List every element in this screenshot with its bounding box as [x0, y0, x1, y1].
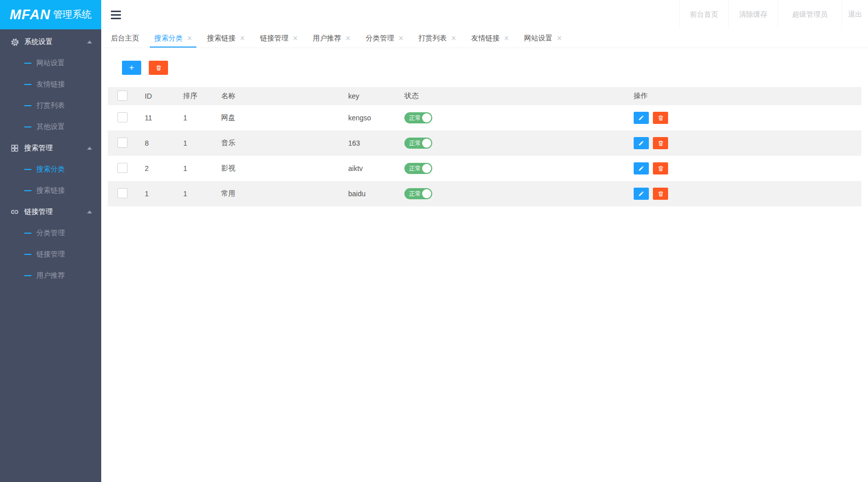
sidebar-item-0-1[interactable]: 友情链接 — [0, 74, 101, 95]
sidebar-item-label: 网站设置 — [36, 59, 65, 68]
hamburger-menu-icon[interactable] — [101, 9, 131, 21]
sidebar-section-0[interactable]: 系统设置 — [0, 31, 101, 53]
sidebar-section-1[interactable]: 搜索管理 — [0, 138, 101, 159]
sidebar-section-2[interactable]: 链接管理 — [0, 201, 101, 223]
sidebar-item-2-1[interactable]: 链接管理 — [0, 244, 101, 265]
header-nav: 前台首页清除缓存超级管理员退出 — [679, 0, 868, 29]
delete-button[interactable] — [653, 137, 668, 149]
logo-brand: MFAN — [10, 7, 51, 23]
status-label: 正常 — [404, 140, 421, 147]
tab-8[interactable]: 网站设置× — [516, 29, 569, 48]
tab-close-icon[interactable]: × — [451, 34, 456, 42]
collapse-arrow-icon — [87, 147, 92, 150]
cell-select — [108, 156, 135, 181]
menu-dash-icon — [24, 126, 31, 127]
tab-close-icon[interactable]: × — [187, 34, 192, 42]
gear-icon — [10, 37, 19, 47]
batch-delete-button[interactable] — [149, 61, 168, 75]
row-checkbox[interactable] — [117, 138, 128, 148]
sidebar-item-1-0[interactable]: 搜索分类 — [0, 159, 101, 180]
toggle-knob — [422, 164, 431, 173]
menu-dash-icon — [24, 105, 31, 106]
add-button[interactable]: + — [122, 61, 141, 75]
tab-5[interactable]: 分类管理× — [358, 29, 410, 48]
header-link-2[interactable]: 超级管理员 — [777, 0, 842, 29]
sidebar-item-2-2[interactable]: 用户推荐 — [0, 265, 101, 286]
tab-4[interactable]: 用户推荐× — [305, 29, 358, 48]
menu-dash-icon — [24, 254, 31, 255]
tab-close-icon[interactable]: × — [346, 34, 350, 42]
sidebar-item-0-0[interactable]: 网站设置 — [0, 53, 101, 74]
cell-sort: 1 — [174, 181, 212, 206]
edit-button[interactable] — [634, 162, 649, 174]
cell-id: 2 — [135, 156, 174, 181]
sidebar-item-label: 用户推荐 — [36, 271, 65, 280]
delete-button[interactable] — [653, 188, 668, 200]
delete-button[interactable] — [653, 112, 668, 124]
sidebar-item-label: 其他设置 — [36, 122, 65, 132]
row-checkbox[interactable] — [117, 163, 128, 173]
top-header: 前台首页清除缓存超级管理员退出 — [101, 0, 868, 29]
tab-label: 后台主页 — [111, 34, 139, 43]
tab-close-icon[interactable]: × — [293, 34, 298, 42]
sidebar-item-label: 链接管理 — [36, 250, 65, 259]
delete-button[interactable] — [653, 162, 668, 174]
tab-6[interactable]: 打赏列表× — [411, 29, 464, 48]
tab-close-icon[interactable]: × — [240, 34, 244, 42]
status-label: 正常 — [404, 190, 421, 197]
row-checkbox[interactable] — [117, 188, 128, 198]
column-header-2: 排序 — [174, 87, 212, 105]
header-link-1[interactable]: 清除缓存 — [728, 0, 777, 29]
cell-name: 影视 — [212, 156, 339, 181]
sidebar-item-0-2[interactable]: 打赏列表 — [0, 95, 101, 116]
tab-close-icon[interactable]: × — [557, 34, 561, 42]
status-toggle[interactable]: 正常 — [404, 138, 432, 149]
collapse-arrow-icon — [87, 210, 92, 213]
status-toggle[interactable]: 正常 — [404, 112, 432, 123]
cell-status: 正常 — [395, 181, 624, 206]
tab-label: 搜索链接 — [207, 34, 235, 43]
sidebar: 系统设置网站设置友情链接打赏列表其他设置搜索管理搜索分类搜索链接链接管理分类管理… — [0, 29, 101, 482]
menu-dash-icon — [24, 63, 31, 64]
status-label: 正常 — [404, 114, 421, 121]
cell-actions — [624, 105, 861, 130]
status-label: 正常 — [404, 165, 421, 172]
tab-label: 打赏列表 — [419, 34, 447, 43]
status-toggle[interactable]: 正常 — [404, 163, 432, 174]
sidebar-section-label: 链接管理 — [24, 207, 53, 216]
cell-sort: 1 — [174, 130, 212, 156]
grid-icon — [10, 144, 19, 153]
column-header-6: 操作 — [624, 87, 861, 105]
cell-select — [108, 181, 135, 206]
edit-button[interactable] — [634, 188, 649, 200]
tab-0[interactable]: 后台主页 — [103, 29, 147, 48]
column-header-0 — [108, 87, 135, 105]
edit-button[interactable] — [634, 137, 649, 149]
link-icon — [10, 207, 19, 216]
tab-label: 网站设置 — [524, 34, 552, 43]
table-toolbar: + — [122, 61, 861, 75]
tab-7[interactable]: 友情链接× — [464, 29, 516, 48]
cell-sort: 1 — [174, 105, 212, 130]
status-toggle[interactable]: 正常 — [404, 188, 432, 199]
tab-close-icon[interactable]: × — [504, 34, 509, 42]
tab-3[interactable]: 链接管理× — [253, 29, 305, 48]
tab-1[interactable]: 搜索分类× — [147, 29, 199, 48]
select-all-checkbox[interactable] — [117, 91, 128, 101]
tab-close-icon[interactable]: × — [398, 34, 403, 42]
row-checkbox[interactable] — [117, 112, 128, 122]
tab-label: 友情链接 — [471, 34, 500, 43]
toggle-knob — [422, 113, 431, 122]
sidebar-item-2-0[interactable]: 分类管理 — [0, 223, 101, 244]
sidebar-item-1-1[interactable]: 搜索链接 — [0, 180, 101, 201]
cell-id: 1 — [135, 181, 174, 206]
column-header-1: ID — [135, 87, 174, 105]
header-link-3[interactable]: 退出 — [842, 0, 868, 29]
data-table: ID排序名称key状态操作 111网盘kengso正常81音乐163正常21影视… — [108, 87, 861, 206]
sidebar-item-0-3[interactable]: 其他设置 — [0, 116, 101, 138]
edit-button[interactable] — [634, 112, 649, 124]
header-link-0[interactable]: 前台首页 — [679, 0, 728, 29]
tab-2[interactable]: 搜索链接× — [199, 29, 252, 48]
sidebar-item-label: 友情链接 — [36, 80, 65, 89]
tab-label: 链接管理 — [260, 34, 288, 43]
